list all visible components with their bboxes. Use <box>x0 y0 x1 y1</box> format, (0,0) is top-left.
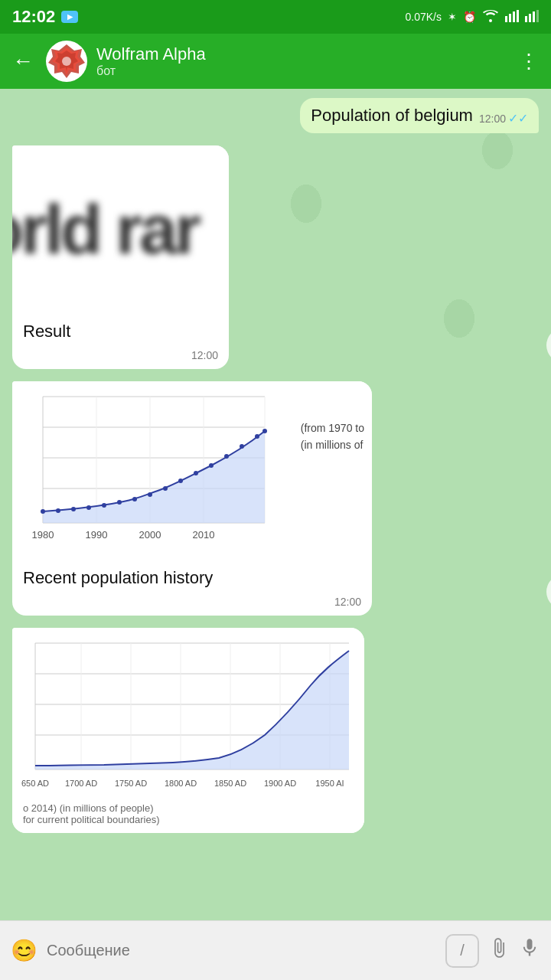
svg-point-11 <box>62 57 71 66</box>
chart-label-line1: (from 1970 to <box>301 420 364 436</box>
svg-text:1950 AI: 1950 AI <box>315 779 344 788</box>
svg-rect-4 <box>525 16 527 22</box>
message-input[interactable] <box>47 942 436 959</box>
long-history-chart-svg: 650 AD 1700 AD 1750 AD 1800 AD 1850 AD 1… <box>20 635 357 796</box>
outgoing-bubble: Population of belgium 12:00 ✓✓ <box>300 98 539 133</box>
svg-rect-6 <box>533 11 535 22</box>
chart-label-line2: (in millions of <box>301 436 364 453</box>
svg-text:1980: 1980 <box>32 529 54 541</box>
population-history-message: 1980 1990 2000 2010 (from 1970 to (in mi… <box>12 381 539 616</box>
chat-content: Population of belgium 12:00 ✓✓ orld rar … <box>12 98 539 839</box>
app-header: ← Wolfram Alpha бот ⋮ <box>0 34 551 89</box>
svg-text:1800 AD: 1800 AD <box>165 779 197 788</box>
svg-text:2000: 2000 <box>139 529 161 541</box>
status-time-area: 12:02 ▶ <box>12 7 78 27</box>
svg-rect-1 <box>509 14 511 22</box>
status-bar: 12:02 ▶ 0.07K/s ✶ ⏰ <box>0 0 551 34</box>
chart-label-right: (from 1970 to (in millions of <box>301 420 364 454</box>
result-footer: 12:00 <box>12 349 229 369</box>
svg-point-36 <box>255 434 259 439</box>
emoji-button[interactable]: 😊 <box>11 938 37 963</box>
svg-text:1750 AD: 1750 AD <box>115 779 147 788</box>
chat-area: Population of belgium 12:00 ✓✓ orld rar … <box>0 89 551 920</box>
read-check-icon: ✓✓ <box>508 111 528 126</box>
result-card-message: orld rar Result 12:00 <box>12 145 539 369</box>
svg-point-35 <box>240 444 244 449</box>
population-chart-container: 1980 1990 2000 2010 (from 1970 to (in mi… <box>12 381 372 560</box>
svg-point-25 <box>86 505 91 510</box>
alarm-icon: ⏰ <box>463 11 476 23</box>
svg-point-29 <box>148 492 152 497</box>
share-button-1[interactable] <box>546 328 551 363</box>
result-bubble: orld rar Result 12:00 <box>12 145 229 369</box>
svg-point-31 <box>178 479 183 483</box>
long-history-note1: o 2014) (in millions of people) <box>23 802 354 814</box>
svg-rect-0 <box>505 16 507 22</box>
svg-point-26 <box>102 503 106 508</box>
svg-rect-2 <box>513 11 515 22</box>
svg-point-28 <box>132 497 137 501</box>
svg-point-37 <box>262 429 267 433</box>
outgoing-time: 12:00 <box>479 113 506 125</box>
svg-text:650 AD: 650 AD <box>21 779 49 788</box>
svg-point-32 <box>194 471 198 475</box>
result-body: Result <box>12 314 229 349</box>
svg-rect-5 <box>529 14 531 22</box>
status-badge-icon: ▶ <box>61 11 78 23</box>
slash-command-button[interactable]: / <box>445 934 479 968</box>
bot-name: Wolfram Alpha <box>96 44 507 64</box>
svg-text:2010: 2010 <box>193 529 215 541</box>
bot-status: бот <box>96 64 507 78</box>
attach-button[interactable] <box>488 937 510 964</box>
svg-point-23 <box>56 508 60 513</box>
bot-avatar <box>46 41 87 82</box>
slash-icon: / <box>460 942 465 959</box>
long-history-chart-container: 650 AD 1700 AD 1750 AD 1800 AD 1850 AD 1… <box>12 628 364 833</box>
blurred-text: orld rar <box>12 191 198 270</box>
bottom-bar: 😊 / <box>0 920 551 980</box>
population-history-body: Recent population history <box>12 560 372 596</box>
svg-text:1990: 1990 <box>86 529 108 541</box>
svg-point-24 <box>71 507 76 511</box>
svg-text:1850 AD: 1850 AD <box>214 779 246 788</box>
outgoing-meta: 12:00 ✓✓ <box>479 111 528 126</box>
long-history-message: 650 AD 1700 AD 1750 AD 1800 AD 1850 AD 1… <box>12 628 539 833</box>
svg-rect-7 <box>536 10 539 22</box>
population-history-title: Recent population history <box>23 568 213 587</box>
back-button[interactable]: ← <box>9 46 37 77</box>
svg-point-27 <box>117 500 122 505</box>
long-history-bubble: 650 AD 1700 AD 1750 AD 1800 AD 1850 AD 1… <box>12 628 364 833</box>
outgoing-message: Population of belgium 12:00 ✓✓ <box>12 98 539 133</box>
result-time: 12:00 <box>191 349 218 361</box>
signal2-icon <box>525 10 539 24</box>
result-image-area: orld rar <box>12 145 229 314</box>
svg-text:1900 AD: 1900 AD <box>264 779 296 788</box>
svg-point-33 <box>209 463 214 468</box>
network-speed: 0.07K/s <box>406 11 442 23</box>
outgoing-text: Population of belgium <box>311 106 473 126</box>
status-time: 12:02 <box>12 7 55 27</box>
svg-point-34 <box>224 454 229 459</box>
bluetooth-icon: ✶ <box>448 11 457 23</box>
long-history-notes: o 2014) (in millions of people) for curr… <box>20 802 357 825</box>
svg-rect-3 <box>517 10 519 22</box>
header-menu-button[interactable]: ⋮ <box>516 47 542 77</box>
population-chart-svg: 1980 1990 2000 2010 <box>20 389 272 550</box>
result-title: Result <box>23 322 70 341</box>
population-history-bubble: 1980 1990 2000 2010 (from 1970 to (in mi… <box>12 381 372 616</box>
blurred-image: orld rar <box>12 145 229 314</box>
share-button-2[interactable] <box>546 574 551 609</box>
header-info: Wolfram Alpha бот <box>96 44 507 78</box>
svg-point-22 <box>41 509 45 514</box>
wifi-icon <box>482 10 499 24</box>
svg-text:1700 AD: 1700 AD <box>65 779 97 788</box>
signal1-icon <box>505 10 519 24</box>
svg-point-30 <box>163 486 168 491</box>
long-history-note2: for current political boundaries) <box>23 814 354 825</box>
population-history-time: 12:00 <box>334 596 361 608</box>
mic-button[interactable] <box>519 937 540 964</box>
population-history-footer: 12:00 <box>12 596 372 616</box>
status-right-icons: 0.07K/s ✶ ⏰ <box>406 10 539 24</box>
